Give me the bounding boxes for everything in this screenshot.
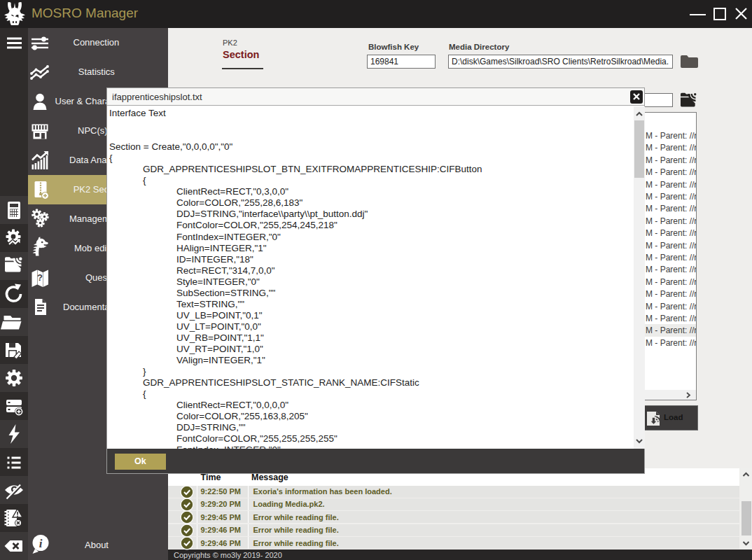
svg-text:i: i <box>39 537 43 550</box>
svg-text:?: ? <box>37 272 43 283</box>
